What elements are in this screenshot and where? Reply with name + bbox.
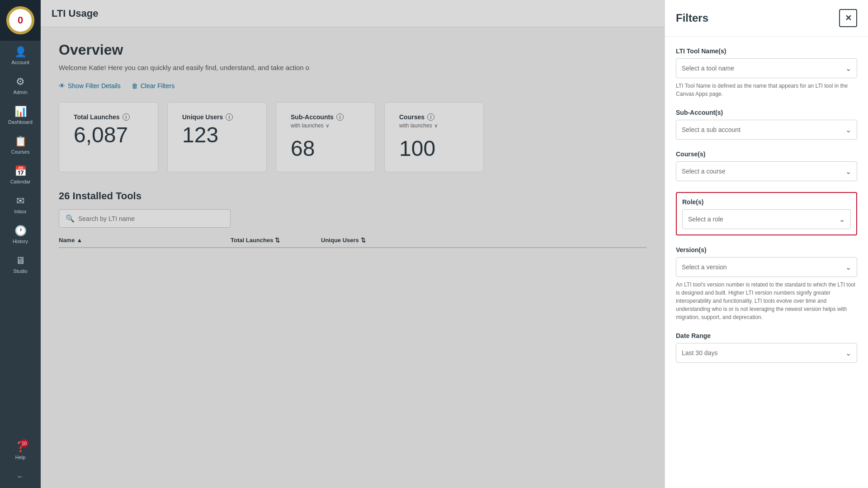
sidebar-bottom: ❓ 10 Help ← (0, 436, 41, 488)
close-icon: ✕ (845, 13, 852, 23)
sort-icon: ▲ (76, 237, 82, 244)
filter-note: An LTI tool's version number is related … (676, 281, 857, 321)
sidebar-item-label: Studio (13, 268, 27, 274)
info-icon: i (123, 113, 130, 121)
installed-section: 26 Installed Tools 🔍 Name ▲ Total Launch… (59, 190, 646, 248)
sidebar-item-courses[interactable]: 📋 Courses (0, 130, 41, 160)
sidebar-item-calendar[interactable]: 📅 Calendar (0, 160, 41, 190)
date-range-select[interactable]: Last 30 days ⌄ (676, 343, 857, 363)
filter-label: Sub-Account(s) (676, 109, 857, 116)
collapse-icon: ← (17, 473, 24, 481)
sidebar-item-inbox[interactable]: ✉ Inbox (0, 190, 41, 220)
eye-icon: 👁 (59, 82, 65, 89)
history-icon: 🕐 (14, 225, 27, 237)
filter-section-date-range: Date Range Last 30 days ⌄ (676, 332, 857, 363)
stat-card-courses: Courses i with launches ∨ 100 (384, 102, 484, 172)
select-placeholder: Last 30 days (682, 349, 717, 357)
sidebar-item-label: Admin (13, 89, 27, 95)
sidebar-item-label: History (13, 239, 28, 244)
search-box[interactable]: 🔍 (59, 209, 231, 228)
top-bar: LTI Usage (41, 0, 665, 27)
stat-value: 100 (399, 136, 469, 161)
stat-value: 68 (291, 136, 360, 161)
filter-label: Version(s) (676, 246, 857, 253)
trash-icon: 🗑 (132, 82, 138, 89)
sidebar-item-dashboard[interactable]: 📊 Dashboard (0, 100, 41, 130)
page-title: LTI Usage (52, 8, 99, 19)
sidebar-item-account[interactable]: 👤 Account (0, 41, 41, 70)
chevron-down-icon: ⌄ (845, 167, 851, 176)
table-col-launches: Total Launches ⇅ (231, 237, 321, 244)
sort-icon: ⇅ (361, 237, 366, 244)
role-select[interactable]: Select a role ⌄ (682, 209, 851, 229)
sub-account-select[interactable]: Select a sub account ⌄ (676, 120, 857, 140)
filter-label: Role(s) (682, 198, 851, 206)
courses-icon: 📋 (14, 136, 27, 147)
stat-label: Courses i (399, 113, 469, 121)
calendar-icon: 📅 (14, 165, 27, 177)
stat-sublabel: with launches ∨ (291, 122, 360, 129)
filter-section-sub-accounts: Sub-Account(s) Select a sub account ⌄ (676, 109, 857, 140)
filters-body: LTI Tool Name(s) Select a tool name ⌄ LT… (665, 37, 868, 488)
stat-label: Total Launches i (74, 113, 143, 121)
table-header: Name ▲ Total Launches ⇅ Unique Users ⇅ (59, 237, 646, 248)
sidebar-item-label: Help (15, 455, 26, 460)
stat-card-unique-users: Unique Users i 123 (167, 102, 267, 172)
table-col-name: Name ▲ (59, 237, 231, 244)
sidebar-logo[interactable]: 0 (0, 0, 41, 41)
filter-actions: 👁 Show Filter Details 🗑 Clear Filters (59, 82, 646, 89)
version-select[interactable]: Select a version ⌄ (676, 257, 857, 277)
logo-badge: 0 (8, 8, 33, 33)
sidebar-item-label: Account (11, 60, 29, 65)
filter-label: LTI Tool Name(s) (676, 47, 857, 55)
sidebar-collapse-button[interactable]: ← (0, 465, 41, 488)
clear-filters-link[interactable]: 🗑 Clear Filters (132, 82, 175, 89)
filter-section-courses: Course(s) Select a course ⌄ (676, 150, 857, 181)
sidebar-item-label: Courses (11, 149, 30, 155)
search-input[interactable] (78, 215, 224, 222)
help-badge: ❓ 10 (14, 441, 27, 453)
sidebar-item-admin[interactable]: ⚙ Admin (0, 70, 41, 100)
overview-title: Overview (59, 42, 646, 58)
admin-icon: ⚙ (16, 76, 25, 88)
sidebar-item-label: Calendar (10, 179, 31, 184)
show-filter-details-link[interactable]: 👁 Show Filter Details (59, 82, 121, 89)
select-placeholder: Select a version (682, 263, 727, 271)
info-icon: i (427, 113, 434, 121)
account-icon: 👤 (14, 46, 27, 58)
lti-tool-name-select[interactable]: Select a tool name ⌄ (676, 58, 857, 78)
filters-header: Filters ✕ (665, 0, 868, 37)
filters-panel: Filters ✕ LTI Tool Name(s) Select a tool… (665, 0, 868, 488)
info-icon: i (336, 113, 344, 121)
chevron-down-icon: ⌄ (845, 349, 851, 357)
table-col-users: Unique Users ⇅ (321, 237, 411, 244)
chevron-icon: ∨ (434, 122, 438, 129)
studio-icon: 🖥 (15, 255, 25, 267)
overview-subtitle: Welcome Katie! Here you can quickly and … (59, 64, 646, 71)
chevron-down-icon: ⌄ (845, 64, 851, 73)
select-placeholder: Select a course (682, 168, 726, 175)
chevron-down-icon: ⌄ (845, 126, 851, 134)
sidebar-item-label: Dashboard (8, 119, 33, 125)
close-filters-button[interactable]: ✕ (839, 9, 857, 27)
stat-label: Sub-Accounts i (291, 113, 360, 121)
dashboard-icon: 📊 (14, 106, 27, 117)
filter-note: LTI Tool Name is defined as the name tha… (676, 82, 857, 98)
stat-sublabel: with launches ∨ (399, 122, 469, 129)
sort-icon: ⇅ (275, 237, 280, 244)
filter-label: Date Range (676, 332, 857, 339)
filter-section-roles: Role(s) Select a role ⌄ (676, 192, 857, 235)
sidebar-item-studio[interactable]: 🖥 Studio (0, 249, 41, 279)
sidebar-item-history[interactable]: 🕐 History (0, 220, 41, 249)
stat-card-sub-accounts: Sub-Accounts i with launches ∨ 68 (276, 102, 375, 172)
select-placeholder: Select a tool name (682, 65, 734, 72)
filter-label: Course(s) (676, 150, 857, 158)
stat-label: Unique Users i (182, 113, 252, 121)
show-filter-label: Show Filter Details (68, 82, 121, 89)
course-select[interactable]: Select a course ⌄ (676, 161, 857, 181)
stats-grid: Total Launches i 6,087 Unique Users i 12… (59, 102, 646, 172)
sidebar-item-help[interactable]: ❓ 10 Help (0, 436, 41, 465)
sidebar-item-label: Inbox (14, 209, 27, 214)
select-placeholder: Select a role (688, 216, 723, 223)
filter-section-versions: Version(s) Select a version ⌄ An LTI too… (676, 246, 857, 321)
